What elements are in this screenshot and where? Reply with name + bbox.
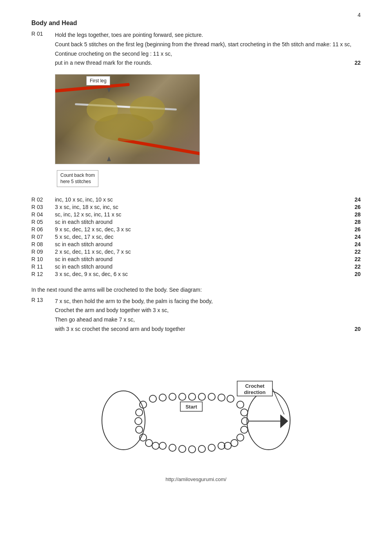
table-row: R 09 2 x sc, dec, 11 x sc, dec, 7 x sc 2… (31, 249, 361, 255)
row-count: 24 (349, 196, 361, 203)
arrow-down-icon (107, 88, 111, 93)
page: 4 Body and Head R 01 Hold the legs toget… (0, 0, 392, 506)
r13-line4: with 3 x sc crochet the second arm and b… (55, 325, 185, 334)
r13-line1: 7 x sc, then hold the arm to the body, t… (55, 297, 361, 306)
svg-point-9 (218, 394, 225, 401)
r13-last: with 3 x sc crochet the second arm and b… (55, 325, 361, 334)
r01-line2: Count back 5 stitches on the first leg (… (55, 40, 361, 49)
r01-line1: Hold the legs together, toes are pointin… (55, 31, 361, 40)
row-count: 26 (349, 226, 361, 232)
row-label: R 12 (31, 271, 55, 277)
section-title: Body and Head (31, 20, 361, 27)
row-label: R 03 (31, 204, 55, 210)
row-count: 28 (349, 211, 361, 218)
r01-line4: put in a new thread mark for the rounds. (55, 58, 152, 68)
row-label: R 02 (31, 196, 55, 203)
r13-line3: Then go ahead and make 7 x sc, (55, 315, 361, 325)
row-text: inc, 10 x sc, inc, 10 x sc (55, 196, 349, 203)
svg-point-3 (159, 394, 166, 401)
row-count: 20 (349, 271, 361, 277)
svg-point-6 (189, 393, 196, 400)
arrow-up-icon (107, 156, 111, 161)
row-count: 22 (349, 256, 361, 262)
row-text: sc in each stitch around (55, 256, 349, 262)
r01-count: 22 (354, 58, 361, 68)
svg-point-13 (179, 445, 186, 452)
svg-point-11 (159, 442, 166, 449)
svg-point-0 (102, 391, 145, 450)
row-count: 26 (349, 204, 361, 210)
table-row: R 04 sc, inc, 12 x sc, inc, 11 x sc 28 (31, 211, 361, 218)
svg-marker-32 (280, 414, 288, 428)
diagram-container: Start Crochet direction (88, 342, 304, 465)
row-count: 22 (349, 249, 361, 255)
row-text: sc in each stitch around (55, 241, 349, 247)
count-back-line1: Count back from (60, 172, 95, 179)
table-row: R 05 sc in each stitch around 28 (31, 219, 361, 225)
row-label: R 08 (31, 241, 55, 247)
table-row: R 12 3 x sc, dec, 9 x sc, dec, 6 x sc 20 (31, 271, 361, 277)
svg-point-14 (189, 446, 196, 453)
svg-point-5 (179, 393, 186, 400)
r13-line2: Crochet the arm and body together with 3… (55, 306, 361, 315)
row-label: R 10 (31, 256, 55, 262)
row-text: 2 x sc, dec, 11 x sc, dec, 7 x sc (55, 249, 349, 255)
r13-label: R 13 (31, 297, 55, 334)
table-row: R 07 5 x sc, dec, 17 x sc, dec 24 (31, 234, 361, 240)
r01-line3: Continue crocheting on the second leg : … (55, 49, 361, 59)
row-count: 24 (349, 241, 361, 247)
table-row: R 11 sc in each stitch around 22 (31, 263, 361, 270)
row-text: 3 x sc, dec, 9 x sc, dec, 6 x sc (55, 271, 349, 277)
row-label: R 09 (31, 249, 55, 255)
label-count-back: Count back from here 5 stitches (57, 170, 98, 187)
svg-point-27 (241, 418, 249, 425)
svg-point-20 (135, 418, 142, 425)
table-row: R 03 3 x sc, inc, 18 x sc, inc, sc 26 (31, 204, 361, 210)
table-row: R 08 sc in each stitch around 24 (31, 241, 361, 247)
svg-point-8 (208, 393, 215, 400)
svg-line-39 (272, 389, 284, 414)
prose-text: In the next round the arms will be croch… (31, 285, 361, 294)
row-r13: R 13 7 x sc, then hold the arm to the bo… (31, 297, 361, 334)
row-text: 9 x sc, dec, 12 x sc, dec, 3 x sc (55, 226, 349, 232)
row-count: 28 (349, 219, 361, 225)
svg-point-2 (149, 395, 156, 402)
svg-point-23 (145, 440, 152, 447)
r01-content: Hold the legs together, toes are pointin… (55, 31, 361, 68)
svg-point-21 (136, 426, 143, 433)
svg-point-10 (227, 395, 234, 402)
svg-point-30 (231, 440, 238, 447)
leg-photo (55, 74, 200, 164)
row-text: sc, inc, 12 x sc, inc, 11 x sc (55, 211, 349, 218)
row-label: R 11 (31, 263, 55, 270)
svg-point-19 (136, 409, 143, 416)
row-text: 5 x sc, dec, 17 x sc, dec (55, 234, 349, 240)
r13-content: 7 x sc, then hold the arm to the body, t… (55, 297, 361, 334)
r01-label: R 01 (31, 31, 55, 68)
svg-text:Crochet: Crochet (245, 383, 265, 389)
table-row: R 02 inc, 10 x sc, inc, 10 x sc 24 (31, 196, 361, 203)
svg-text:Start: Start (185, 404, 197, 410)
row-label: R 05 (31, 219, 55, 225)
svg-point-15 (198, 445, 205, 452)
row-label: R 06 (31, 226, 55, 232)
r13-count: 20 (354, 326, 361, 332)
svg-point-29 (237, 434, 244, 441)
row-text: sc in each stitch around (55, 263, 349, 270)
row-count: 22 (349, 263, 361, 270)
label-first-leg: First leg (86, 76, 110, 85)
svg-point-7 (198, 393, 205, 400)
svg-point-4 (169, 393, 176, 400)
svg-point-12 (169, 444, 176, 451)
svg-text:direction: direction (244, 389, 266, 395)
svg-point-28 (241, 426, 248, 433)
row-count: 24 (349, 234, 361, 240)
row-label: R 07 (31, 234, 55, 240)
row-r01: R 01 Hold the legs together, toes are po… (31, 31, 361, 68)
svg-point-24 (152, 442, 159, 449)
svg-point-16 (208, 444, 215, 451)
footer-url: http://amilovesgurumi.com/ (31, 476, 361, 482)
table-row: R 10 sc in each stitch around 22 (31, 256, 361, 262)
svg-point-26 (241, 409, 248, 416)
svg-point-25 (237, 401, 244, 408)
